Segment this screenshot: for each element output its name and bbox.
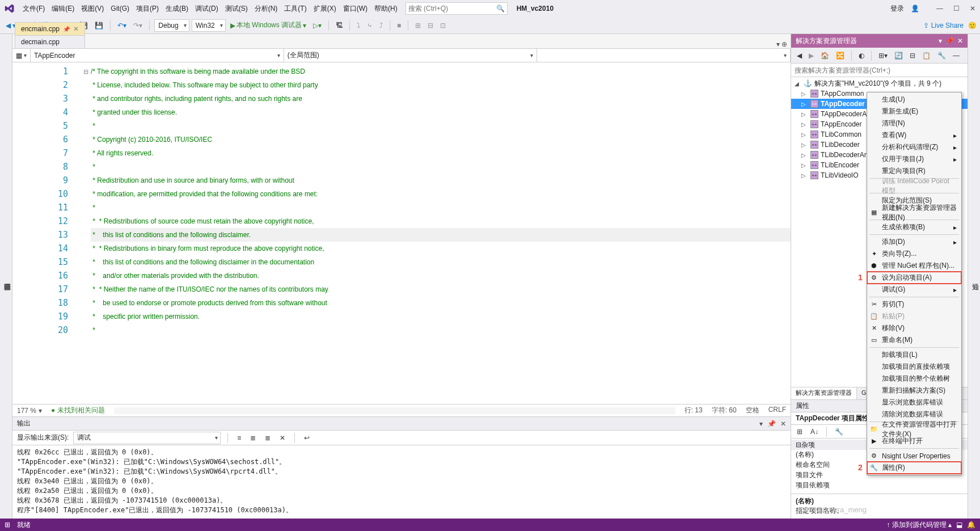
- status-repo-icon[interactable]: ⬓: [956, 521, 962, 529]
- context-menu-item[interactable]: ✕移除(V): [867, 322, 961, 334]
- context-menu-item[interactable]: 清理(N): [867, 117, 961, 129]
- project-context-menu[interactable]: 生成(U)重新生成(E)清理(N)查看(W)▸分析和代码清理(Z)▸仅用于项目(…: [867, 92, 962, 475]
- build-button[interactable]: 🏗: [333, 20, 345, 31]
- panel-dd-icon[interactable]: ▾: [939, 37, 942, 45]
- menu-生成(B)[interactable]: 生成(B): [162, 2, 192, 15]
- context-menu-item[interactable]: ▭重命名(M): [867, 334, 961, 346]
- props-wrench-icon[interactable]: 🔧: [833, 427, 846, 437]
- context-menu-item[interactable]: ✦类向导(Z)...: [867, 248, 961, 260]
- se-collapse-icon[interactable]: ⊟: [907, 50, 918, 61]
- se-home-icon[interactable]: 🏠: [818, 50, 831, 61]
- notifications-icon[interactable]: 🔔: [967, 521, 975, 529]
- close-button[interactable]: ✕: [970, 5, 975, 12]
- output-goto-button[interactable]: ≡: [235, 433, 243, 443]
- stop-button[interactable]: ■: [395, 20, 403, 31]
- output-source-combo[interactable]: 调试: [73, 432, 221, 444]
- panel-pin-icon[interactable]: 📌: [767, 420, 776, 428]
- minimize-button[interactable]: —: [936, 5, 943, 12]
- output-next-button[interactable]: ≣: [263, 433, 273, 443]
- property-row[interactable]: 项目依赖项: [791, 481, 968, 491]
- context-menu-item[interactable]: 加载项目的直接依赖项: [867, 361, 961, 373]
- props-az-icon[interactable]: A↓: [808, 427, 821, 437]
- misc3-button[interactable]: ⊡: [438, 20, 448, 31]
- context-menu-item[interactable]: ⬢管理 NuGet 程序包(N)...: [867, 260, 961, 272]
- se-refresh-icon[interactable]: 🔄: [892, 50, 905, 61]
- se-copy-icon[interactable]: 📋: [920, 50, 933, 61]
- global-search[interactable]: 🔍: [405, 2, 508, 15]
- output-clear-button[interactable]: ✕: [277, 433, 288, 443]
- close-icon[interactable]: ✕: [73, 25, 79, 33]
- context-menu-item[interactable]: 查看(W)▸: [867, 129, 961, 141]
- eol-indicator[interactable]: CRLF: [768, 406, 786, 415]
- status-grid-icon[interactable]: ⊞: [5, 521, 10, 529]
- context-menu-item[interactable]: 清除浏览数据库错误: [867, 408, 961, 420]
- menu-Git(G)[interactable]: Git(G): [107, 2, 133, 15]
- menu-窗口(W)[interactable]: 窗口(W): [340, 2, 371, 15]
- maximize-button[interactable]: ☐: [953, 5, 960, 12]
- editor-tab[interactable]: decmain.cpp: [15, 35, 85, 48]
- nav-member-combo[interactable]: (全局范围): [284, 49, 538, 62]
- se-switch-icon[interactable]: 🔀: [834, 50, 847, 61]
- context-menu-item[interactable]: 显示浏览数据库错误: [867, 397, 961, 408]
- context-menu-item[interactable]: 添加(D)▸: [867, 236, 961, 248]
- context-menu-item[interactable]: ✂剪切(T): [867, 298, 961, 310]
- solution-root[interactable]: ◢⚓ 解决方案"HM_vc2010"(9 个项目，共 9 个): [791, 78, 968, 88]
- zoom-combo[interactable]: 177 % ▾: [17, 407, 42, 415]
- right-sidebar-tabs[interactable]: 通知: [968, 34, 980, 519]
- se-preview-icon[interactable]: —: [951, 50, 962, 61]
- line-indicator[interactable]: 行: 13: [685, 406, 703, 415]
- solution-search-input[interactable]: [791, 64, 968, 77]
- context-menu-item[interactable]: 重新扫描解决方案(S): [867, 385, 961, 397]
- menu-编辑(E)[interactable]: 编辑(E): [48, 2, 78, 15]
- pin-icon[interactable]: 📌: [63, 26, 70, 32]
- panel-close-icon[interactable]: ✕: [957, 37, 963, 45]
- platform-combo[interactable]: Win32: [192, 19, 226, 32]
- menu-项目(P)[interactable]: 项目(P): [133, 2, 162, 15]
- output-text[interactable]: 线程 0x26cc 已退出，返回值为 0 (0x0)。 "TAppEncoder…: [12, 445, 791, 519]
- output-wrap-button[interactable]: ↩: [302, 433, 312, 443]
- context-menu-item[interactable]: 🔧属性(R)2: [867, 462, 961, 474]
- context-menu-item[interactable]: 生成(U): [867, 94, 961, 106]
- context-menu-item[interactable]: 重新生成(E): [867, 106, 961, 117]
- panel-dropdown-icon[interactable]: ▾: [759, 420, 763, 428]
- menu-分析(N)[interactable]: 分析(N): [251, 2, 281, 15]
- step-into-button[interactable]: ⤷: [365, 20, 375, 31]
- misc1-button[interactable]: ⊞: [413, 20, 423, 31]
- panel-close-icon[interactable]: ✕: [780, 420, 786, 428]
- context-menu-item[interactable]: 调试(G)▸: [867, 284, 961, 296]
- menu-测试(S)[interactable]: 测试(S): [222, 2, 251, 15]
- add-source-control[interactable]: ↑ 添加到源代码管理 ▴: [886, 520, 952, 530]
- se-view-icon[interactable]: ◐: [856, 50, 867, 61]
- char-indicator[interactable]: 字符: 60: [712, 406, 737, 415]
- indent-indicator[interactable]: 空格: [746, 406, 759, 415]
- context-menu-item[interactable]: 加载项目的整个依赖树: [867, 373, 961, 385]
- output-prev-button[interactable]: ≣: [248, 433, 258, 443]
- debug-target-button[interactable]: ▷▾: [311, 20, 324, 31]
- issues-indicator[interactable]: ● 未找到相关问题: [51, 406, 105, 415]
- context-menu-item[interactable]: 重定向项目(R): [867, 165, 961, 177]
- nav-extra-combo[interactable]: [537, 49, 791, 62]
- step-over-button[interactable]: ⤵: [354, 20, 362, 31]
- context-menu-item[interactable]: 仅用于项目(J)▸: [867, 153, 961, 165]
- config-combo[interactable]: Debug: [154, 19, 189, 32]
- context-menu-item[interactable]: ⚙设为启动项目(A)1: [867, 272, 961, 284]
- left-sidebar-tabs[interactable]: 服务器资源管理器 工具箱: [0, 34, 12, 519]
- login-link[interactable]: 登录: [890, 4, 904, 14]
- h-scrollbar[interactable]: [114, 407, 675, 414]
- context-menu-item[interactable]: ⚙Nsight User Properties: [867, 450, 961, 462]
- context-menu-item[interactable]: ▦新建解决方案资源管理器视图(N): [867, 206, 961, 218]
- user-icon[interactable]: 👤: [911, 5, 919, 12]
- feedback-icon[interactable]: 🙂: [968, 22, 977, 30]
- context-menu-item[interactable]: 生成依赖项(B)▸: [867, 221, 961, 233]
- menu-视图(V)[interactable]: 视图(V): [78, 2, 107, 15]
- panel-pin-icon[interactable]: 📌: [945, 37, 954, 45]
- live-share-button[interactable]: ⇪ Live Share: [923, 22, 964, 30]
- menu-帮助(H)[interactable]: 帮助(H): [371, 2, 401, 15]
- nav-scope-combo[interactable]: TAppEncoder: [31, 49, 284, 62]
- props-cat-icon[interactable]: ⊞: [795, 427, 805, 437]
- context-menu-item[interactable]: 📁在文件资源管理器中打开文件夹(X): [867, 423, 961, 435]
- context-menu-item[interactable]: ▶在终端中打开: [867, 435, 961, 447]
- editor-tab[interactable]: encmain.cpp📌✕: [15, 22, 85, 35]
- undo-button[interactable]: ↶▾: [115, 20, 129, 31]
- se-showall-icon[interactable]: ⊞▾: [876, 50, 890, 61]
